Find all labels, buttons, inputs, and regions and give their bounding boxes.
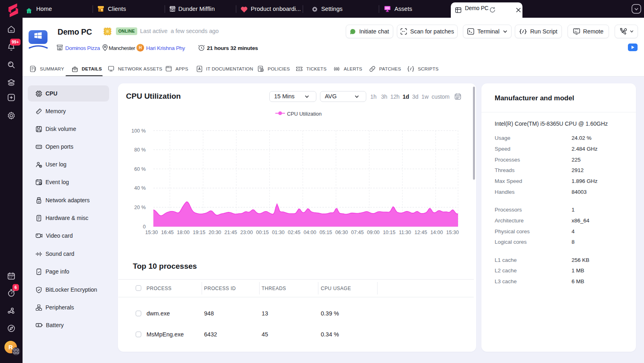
svg-text:04:00: 04:00 [303, 230, 316, 235]
svg-text:0: 0 [143, 224, 146, 230]
svg-text:11:30: 11:30 [399, 230, 411, 235]
svg-text:60 %: 60 % [134, 166, 146, 172]
svg-text:80 %: 80 % [134, 147, 146, 153]
svg-text:20:30: 20:30 [208, 230, 221, 235]
svg-text:40 %: 40 % [134, 185, 146, 191]
svg-text:20 %: 20 % [134, 205, 146, 210]
svg-text:23:00: 23:00 [240, 230, 253, 235]
svg-text:100 %: 100 % [132, 128, 146, 134]
svg-text:05:15: 05:15 [320, 230, 332, 235]
svg-text:15:30: 15:30 [446, 230, 459, 235]
svg-text:16:45: 16:45 [161, 230, 173, 235]
svg-text:06:30: 06:30 [335, 230, 348, 235]
svg-text:01:30: 01:30 [272, 230, 285, 235]
svg-text:07:45: 07:45 [351, 230, 363, 235]
svg-text:19:15: 19:15 [193, 230, 205, 235]
svg-text:12:45: 12:45 [415, 230, 427, 235]
svg-text:18:00: 18:00 [177, 230, 190, 235]
svg-text:10:15: 10:15 [383, 230, 395, 235]
svg-text:09:00: 09:00 [367, 230, 380, 235]
svg-text:14:00: 14:00 [430, 230, 443, 235]
svg-text:02:45: 02:45 [288, 230, 300, 235]
svg-text:15:30: 15:30 [145, 230, 158, 235]
svg-text:21:45: 21:45 [225, 230, 237, 235]
svg-text:00:15: 00:15 [256, 230, 268, 235]
